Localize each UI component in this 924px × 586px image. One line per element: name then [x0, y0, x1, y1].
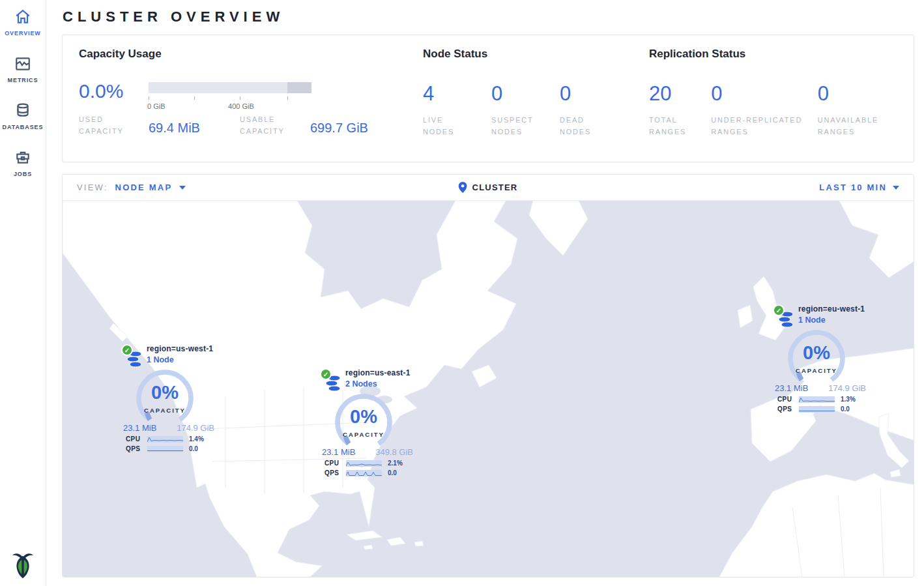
- map-toolbar: VIEW: NODE MAP CLUSTER LAST 10 MIN: [63, 175, 914, 201]
- unavailable-ranges-metric: 0 UNAVAILABLE RANGES: [818, 82, 910, 138]
- capacity-percent: 0%: [331, 406, 396, 428]
- capacity-gauge: 0% CAPACITY: [331, 390, 396, 455]
- jobs-icon: [14, 149, 31, 166]
- cpu-value: 2.1%: [388, 460, 403, 467]
- total-ranges-value: 20: [649, 82, 711, 106]
- sidebar-item-label: OVERVIEW: [5, 30, 41, 37]
- axis-tick: [287, 96, 288, 100]
- cpu-label: CPU: [325, 460, 346, 467]
- suspect-nodes-label: SUSPECT NODES: [491, 114, 537, 138]
- replication-status-title: Replication Status: [649, 48, 910, 61]
- cpu-value: 1.4%: [189, 435, 204, 443]
- total-ranges-label: TOTAL RANGES: [649, 114, 711, 138]
- unavailable-ranges-label: UNAVAILABLE RANGES: [818, 114, 910, 138]
- sidebar-item-overview[interactable]: OVERVIEW: [5, 8, 41, 37]
- axis-tick-label: 0 GiB: [147, 102, 166, 110]
- breadcrumb-cluster[interactable]: CLUSTER: [472, 183, 518, 192]
- total-ranges-metric: 20 TOTAL RANGES: [649, 82, 711, 138]
- databases-icon: [14, 102, 31, 119]
- sidebar-item-metrics[interactable]: METRICS: [8, 55, 38, 83]
- page-title: CLUSTER OVERVIEW: [62, 0, 914, 35]
- suspect-nodes-metric: 0 SUSPECT NODES: [491, 82, 560, 138]
- capacity-bar-chart: 0 GiB 400 GiB: [149, 82, 311, 102]
- axis-tick-label: 400 GiB: [228, 102, 254, 110]
- cockroachdb-logo: [10, 549, 35, 582]
- capacity-percent: 0%: [132, 382, 197, 403]
- sidebar-item-label: JOBS: [14, 171, 32, 177]
- chevron-down-icon: [179, 186, 186, 190]
- region-label: region=us-east-1: [345, 368, 418, 377]
- sidebar-item-jobs[interactable]: JOBS: [14, 149, 32, 177]
- capacity-label: CAPACITY: [132, 407, 197, 414]
- replication-status-section: Replication Status 20 TOTAL RANGES 0 UND…: [649, 48, 910, 138]
- capacity-label: CAPACITY: [784, 367, 849, 374]
- axis-tick: [194, 96, 195, 100]
- under-replicated-label: UNDER-REPLICATED RANGES: [711, 114, 815, 138]
- capacity-bar-track: [149, 82, 311, 93]
- metrics-icon: [14, 55, 31, 72]
- capacity-bar-reserved-segment: [287, 82, 312, 93]
- under-replicated-value: 0: [711, 82, 817, 106]
- cpu-label: CPU: [126, 435, 147, 443]
- node-count-link[interactable]: 1 Node: [798, 315, 871, 325]
- unavailable-ranges-value: 0: [818, 82, 910, 106]
- node-map-card: VIEW: NODE MAP CLUSTER LAST 10 MIN: [62, 174, 914, 578]
- node-marker-us-east-1[interactable]: ✓ region=us-east-1 2 Nodes: [319, 368, 418, 476]
- live-nodes-label: LIVE NODES: [423, 114, 469, 138]
- live-nodes-value: 4: [423, 82, 491, 106]
- qps-value: 0.0: [189, 445, 198, 452]
- qps-label: QPS: [126, 445, 147, 452]
- axis-tick: [149, 96, 149, 100]
- view-value: NODE MAP: [115, 183, 173, 192]
- node-marker-eu-west-1[interactable]: ✓ region=eu-west-1 1 Node: [772, 304, 871, 413]
- capacity-gauge: 0% CAPACITY: [132, 366, 197, 431]
- under-replicated-metric: 0 UNDER-REPLICATED RANGES: [711, 82, 817, 138]
- sidebar-item-databases[interactable]: DATABASES: [3, 102, 44, 130]
- cpu-value: 1.3%: [841, 396, 856, 403]
- time-range-selector[interactable]: LAST 10 MIN: [819, 183, 899, 192]
- qps-value: 0.0: [388, 469, 397, 476]
- map-pin-icon: [459, 182, 467, 193]
- cpu-sparkline: [147, 436, 183, 443]
- cpu-sparkline: [799, 396, 835, 403]
- node-count-link[interactable]: 2 Nodes: [345, 379, 418, 388]
- suspect-nodes-value: 0: [491, 82, 560, 106]
- home-icon: [14, 8, 31, 25]
- time-range-value: LAST 10 MIN: [819, 183, 887, 192]
- view-label: VIEW:: [77, 183, 108, 192]
- capacity-usage-section: Capacity Usage 0.0% 0 GiB 400 GiB USED C…: [79, 48, 421, 137]
- qps-value: 0.0: [841, 405, 850, 413]
- breadcrumb: CLUSTER: [459, 182, 518, 193]
- healthy-check-icon: ✓: [773, 304, 785, 316]
- qps-label: QPS: [777, 405, 799, 413]
- view-selector[interactable]: VIEW: NODE MAP: [77, 183, 186, 192]
- region-label: region=eu-west-1: [798, 304, 871, 314]
- usable-capacity-value: 699.7 GiB: [310, 121, 421, 137]
- healthy-check-icon: ✓: [320, 368, 332, 380]
- node-marker-us-west-1[interactable]: ✓ region=us-west-1 1 Node: [120, 344, 219, 452]
- node-status-section: Node Status 4 LIVE NODES 0 SUSPECT NODES…: [423, 48, 644, 138]
- dead-nodes-metric: 0 DEAD NODES: [560, 82, 628, 138]
- sidebar: OVERVIEW METRICS DATABASES JOBS: [0, 0, 46, 586]
- cpu-sparkline: [346, 460, 382, 467]
- qps-sparkline: [346, 470, 382, 476]
- capacity-gauge: 0% CAPACITY: [784, 326, 849, 391]
- usable-capacity-label: USABLE CAPACITY: [240, 113, 300, 137]
- used-capacity-label: USED CAPACITY: [79, 113, 139, 137]
- node-count-link[interactable]: 1 Node: [147, 355, 219, 364]
- healthy-check-icon: ✓: [121, 344, 133, 356]
- dead-nodes-value: 0: [560, 82, 628, 106]
- capacity-percent: 0%: [784, 342, 849, 364]
- capacity-used-percent: 0.0%: [79, 80, 149, 102]
- cpu-label: CPU: [777, 396, 799, 403]
- capacity-label: CAPACITY: [331, 431, 396, 438]
- node-map[interactable]: ✓ region=us-west-1 1 Node: [63, 201, 914, 577]
- axis-tick: [240, 96, 240, 100]
- capacity-usage-title: Capacity Usage: [79, 48, 421, 61]
- node-status-title: Node Status: [423, 48, 644, 61]
- chevron-down-icon: [893, 186, 899, 190]
- used-capacity-value: 69.4 MiB: [149, 121, 240, 137]
- dead-nodes-label: DEAD NODES: [560, 114, 605, 138]
- live-nodes-metric: 4 LIVE NODES: [423, 82, 491, 138]
- main-content: CLUSTER OVERVIEW Capacity Usage 0.0% 0 G…: [46, 0, 924, 586]
